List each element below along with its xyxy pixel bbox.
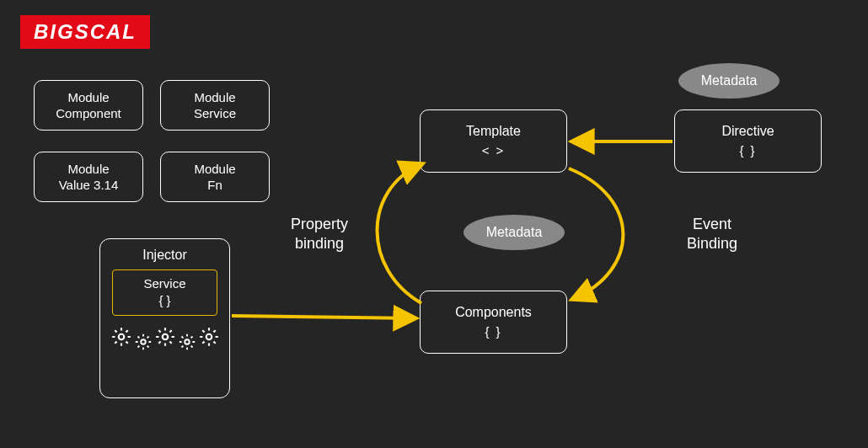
- gear-icon: [110, 326, 132, 348]
- text: Module: [67, 89, 109, 106]
- directive-box: Directive { }: [674, 109, 822, 173]
- metadata-label: Metadata: [701, 73, 758, 88]
- metadata-ellipse-mid: Metadata: [463, 215, 565, 250]
- components-title: Components: [455, 304, 532, 322]
- components-sub: { }: [485, 323, 501, 340]
- logo: BIGSCAL: [20, 15, 150, 49]
- text: Property: [291, 215, 348, 234]
- svg-point-3: [185, 339, 190, 344]
- module-component-box: Module Component: [34, 80, 143, 131]
- text: Module: [194, 161, 235, 178]
- svg-point-2: [162, 334, 168, 340]
- module-fn-box: Module Fn: [160, 152, 270, 202]
- components-box: Components { }: [420, 291, 567, 354]
- metadata-ellipse-top: Metadata: [678, 63, 780, 99]
- gear-icon: [134, 333, 153, 351]
- text: Service: [194, 105, 236, 122]
- arrow-event-binding: [569, 168, 623, 299]
- gear-icon: [154, 326, 176, 348]
- text: Event: [687, 215, 737, 234]
- event-binding-label: Event Binding: [687, 215, 737, 254]
- text: Module: [67, 161, 109, 178]
- property-binding-label: Property binding: [291, 215, 348, 254]
- text: Fn: [207, 177, 222, 194]
- injector-title: Injector: [100, 248, 229, 263]
- metadata-label: Metadata: [486, 225, 543, 240]
- text: Binding: [687, 234, 737, 253]
- template-box: Template < >: [420, 109, 567, 173]
- gear-icon: [198, 326, 220, 348]
- gears-group: [100, 326, 229, 351]
- svg-point-1: [141, 339, 146, 344]
- injector-box: Injector Service { }: [99, 238, 230, 398]
- template-sub: < >: [482, 142, 506, 159]
- text: Component: [56, 105, 121, 122]
- template-title: Template: [466, 123, 521, 141]
- directive-sub: { }: [739, 142, 756, 159]
- text: Module: [194, 89, 235, 106]
- text: Value 3.14: [59, 177, 119, 194]
- service-label: Service: [113, 275, 217, 292]
- svg-point-0: [118, 334, 124, 340]
- text: binding: [291, 234, 348, 253]
- module-value-box: Module Value 3.14: [34, 152, 143, 202]
- module-service-box: Module Service: [160, 80, 270, 131]
- gear-icon: [178, 333, 196, 351]
- arrow-property-binding: [378, 164, 422, 303]
- svg-point-4: [206, 334, 212, 340]
- service-inner-box: Service { }: [112, 269, 217, 316]
- directive-title: Directive: [721, 123, 774, 141]
- arrow-injector-components: [232, 316, 415, 318]
- service-braces: { }: [113, 292, 217, 309]
